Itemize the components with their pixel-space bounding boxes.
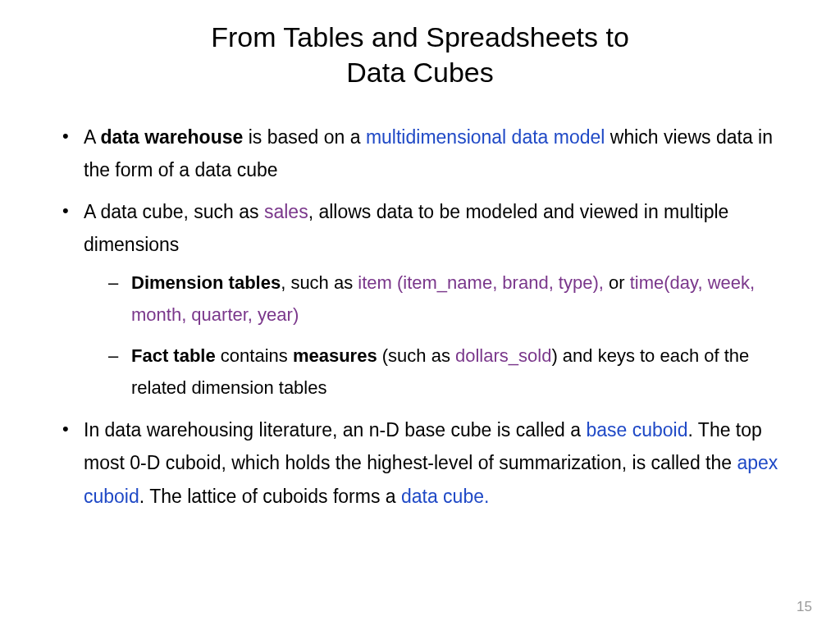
purple-text: item (item_name, brand, type), (358, 272, 604, 293)
title-line-1: From Tables and Spreadsheets to (211, 21, 629, 52)
title-line-2: Data Cubes (346, 57, 494, 88)
purple-text: sales (264, 201, 308, 222)
text: contains (216, 345, 293, 366)
bold-text: Dimension tables (131, 272, 281, 293)
blue-text: data cube. (401, 486, 489, 507)
text: (such as (377, 345, 455, 366)
text: or (604, 272, 630, 293)
text: . The lattice of cuboids forms a (139, 486, 401, 507)
sub-bullet-1: Dimension tables, such as item (item_nam… (84, 267, 783, 331)
blue-text: base cuboid (586, 419, 687, 441)
text: A (84, 126, 100, 148)
text: , such as (281, 272, 358, 293)
bullet-3: In data warehousing literature, an n-D b… (57, 413, 783, 513)
text: In data warehousing literature, an n-D b… (84, 419, 586, 441)
slide: From Tables and Spreadsheets to Data Cub… (0, 0, 840, 630)
page-number: 15 (797, 599, 812, 615)
slide-title: From Tables and Spreadsheets to Data Cub… (57, 20, 783, 89)
bold-text: Fact table (131, 345, 216, 366)
bullet-list: A data warehouse is based on a multidime… (57, 121, 783, 513)
purple-text: dollars_sold (455, 345, 551, 366)
bullet-1: A data warehouse is based on a multidime… (57, 121, 783, 187)
text: is based on a (243, 126, 366, 148)
bold-text: measures (293, 345, 377, 366)
bold-text: data warehouse (100, 126, 243, 148)
sub-list: Dimension tables, such as item (item_nam… (84, 267, 783, 404)
blue-text: multidimensional data model (366, 126, 605, 148)
sub-bullet-2: Fact table contains measures (such as do… (84, 340, 783, 404)
text: A data cube, such as (84, 201, 264, 222)
bullet-2: A data cube, such as sales, allows data … (57, 195, 783, 404)
